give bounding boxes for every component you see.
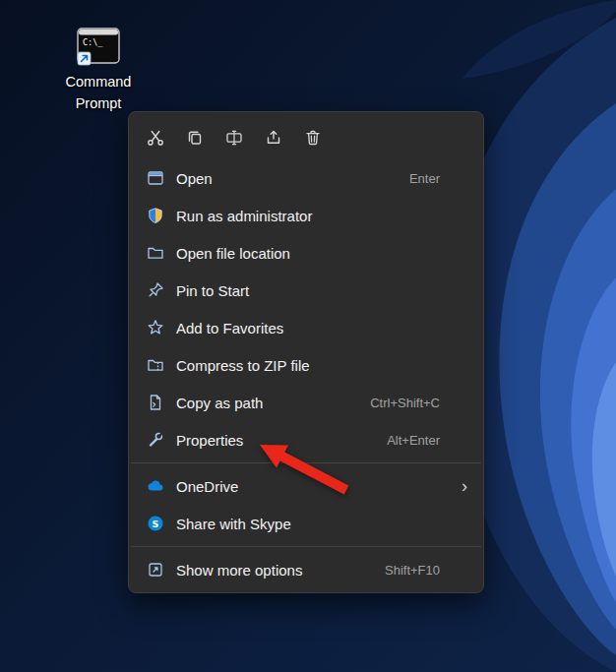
rename-button[interactable] [219, 123, 249, 153]
menu-item-shortcut: Ctrl+Shift+C [370, 396, 465, 410]
desktop: C:\_ Command Prompt [0, 0, 616, 672]
open-icon [147, 169, 164, 187]
delete-button[interactable] [298, 123, 328, 153]
cut-icon [146, 128, 165, 148]
menu-item-share-with-skype[interactable]: S Share with Skype [133, 505, 479, 542]
copy-button[interactable] [180, 123, 210, 153]
menu-item-label: Open file location [176, 245, 440, 262]
menu-item-label: Add to Favorites [176, 320, 440, 336]
menu-separator [131, 546, 481, 547]
delete-icon [303, 128, 323, 148]
menu-item-pin-to-start[interactable]: Pin to Start [133, 272, 479, 309]
menu-item-label: Pin to Start [176, 282, 440, 299]
svg-text:C:\_: C:\_ [83, 37, 103, 47]
properties-wrench-icon [147, 431, 164, 449]
onedrive-cloud-icon [147, 477, 164, 495]
quick-actions-toolbar [129, 117, 483, 159]
pin-icon [147, 281, 164, 299]
menu-item-label: Run as administrator [176, 208, 440, 224]
skype-icon: S [147, 515, 164, 532]
zip-folder-icon [147, 356, 164, 374]
menu-item-label: Share with Skype [176, 516, 440, 532]
context-menu: Open Enter Run as administrator Open fil… [128, 111, 484, 593]
menu-item-label: Show more options [176, 562, 385, 579]
command-prompt-icon: C:\_ [75, 26, 122, 67]
admin-shield-icon [147, 207, 164, 224]
copy-icon [185, 128, 205, 148]
share-button[interactable] [259, 123, 288, 153]
menu-item-add-to-favorites[interactable]: Add to Favorites [133, 309, 479, 346]
rename-icon [224, 128, 244, 148]
menu-item-label: Open [176, 170, 409, 187]
share-icon [264, 128, 283, 148]
star-icon [147, 319, 164, 336]
cut-button[interactable] [141, 123, 170, 153]
menu-item-label: Compress to ZIP file [176, 357, 440, 374]
menu-item-run-as-administrator[interactable]: Run as administrator [133, 197, 479, 234]
menu-item-shortcut: Alt+Enter [387, 433, 465, 448]
annotation-arrow-icon [252, 437, 356, 502]
menu-item-label: Copy as path [176, 395, 370, 411]
copy-as-path-icon [147, 394, 164, 411]
desktop-icon-label: Command Prompt [51, 72, 146, 115]
menu-item-open[interactable]: Open Enter [133, 159, 479, 197]
svg-text:S: S [153, 519, 159, 529]
menu-item-show-more-options[interactable]: Show more options Shift+F10 [133, 551, 479, 588]
desktop-shortcut-command-prompt[interactable]: C:\_ Command Prompt [51, 26, 146, 115]
submenu-chevron-icon: › [456, 477, 467, 495]
menu-item-copy-as-path[interactable]: Copy as path Ctrl+Shift+C [133, 384, 479, 421]
show-more-options-icon [147, 561, 164, 579]
menu-item-shortcut: Enter [409, 171, 465, 186]
folder-icon [147, 244, 164, 262]
menu-item-open-file-location[interactable]: Open file location [133, 234, 479, 272]
menu-item-compress-to-zip[interactable]: Compress to ZIP file [133, 346, 479, 384]
menu-item-shortcut: Shift+F10 [385, 563, 465, 578]
